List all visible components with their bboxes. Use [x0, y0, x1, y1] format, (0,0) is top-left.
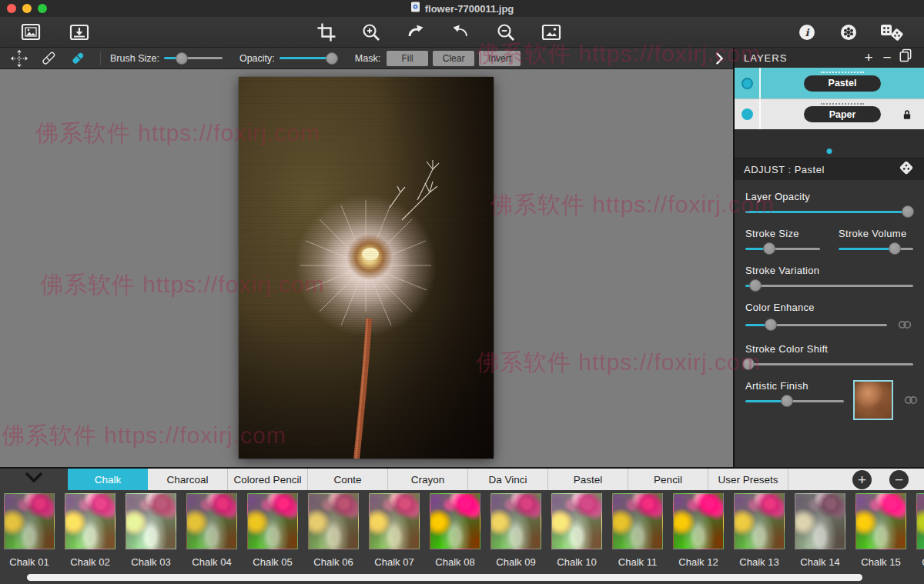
randomize-adjust-dice-icon[interactable]	[898, 159, 915, 179]
preset-thumbnail-label: Chalk 01	[4, 556, 55, 568]
divider-handle-dot[interactable]	[827, 149, 832, 154]
mask-invert-button[interactable]: Invert	[479, 51, 521, 66]
preset-thumbnail[interactable]: Chalk 02	[65, 493, 116, 568]
canvas-area[interactable]	[0, 69, 733, 467]
preset-thumbnail[interactable]: Chalk 15	[855, 493, 906, 568]
link-icon[interactable]	[896, 316, 913, 333]
add-preset-button[interactable]: +	[852, 470, 872, 489]
duplicate-layer-icon[interactable]	[896, 47, 915, 68]
info-icon[interactable]: i	[795, 20, 819, 45]
preset-thumbnail-image[interactable]	[916, 493, 924, 549]
brush-size-slider[interactable]	[164, 52, 223, 65]
layer-visibility-toggle[interactable]	[735, 68, 761, 98]
layer-row-paper[interactable]: Paper	[735, 98, 924, 129]
preset-thumbnail-label: Chalk 14	[795, 556, 845, 568]
preset-tab-bar: ChalkCharcoalColored PencilConteCrayonDa…	[0, 467, 924, 490]
layer-opacity-slider[interactable]	[745, 205, 913, 218]
preset-thumbnail-image[interactable]	[126, 493, 176, 549]
preset-thumbnail[interactable]: Chalk 10	[551, 493, 602, 568]
preset-thumbnail-image[interactable]	[4, 493, 55, 549]
preset-tab[interactable]: Chalk	[68, 469, 148, 490]
preset-thumbnail-image[interactable]	[855, 493, 906, 549]
eraser-tool[interactable]	[66, 49, 89, 68]
undo-icon[interactable]	[403, 20, 428, 45]
preset-thumbnail-image[interactable]	[612, 493, 663, 549]
preset-thumbnail[interactable]: Chalk 01	[4, 493, 55, 568]
preset-tab[interactable]: Pastel	[548, 469, 628, 490]
preset-tab[interactable]: Da Vinci	[468, 469, 548, 490]
preset-thumbnail-image[interactable]	[551, 493, 602, 549]
stroke-color-shift-slider[interactable]	[745, 358, 913, 370]
preset-tab[interactable]: Pencil	[628, 469, 708, 490]
chevron-down-icon	[25, 472, 43, 486]
preset-tab[interactable]: Colored Pencil	[228, 469, 308, 490]
preset-thumbnail[interactable]: Chalk 04	[186, 493, 237, 568]
preset-thumbnail[interactable]: Chalk 12	[673, 493, 724, 568]
zoom-in-icon[interactable]	[359, 20, 383, 45]
preset-thumbnail[interactable]: Chalk 09	[490, 493, 541, 568]
preset-thumbnail-image[interactable]	[65, 493, 116, 549]
main-toolbar: i	[0, 17, 924, 48]
preset-thumbnail-label: Chalk 04	[186, 556, 237, 568]
preset-thumbnail-image[interactable]	[673, 493, 724, 549]
preset-thumbnail[interactable]: Chalk 03	[126, 493, 176, 568]
mask-clear-button[interactable]: Clear	[433, 51, 474, 66]
preset-thumbnail[interactable]: Chalk 16	[916, 493, 924, 568]
zoom-out-icon[interactable]	[494, 20, 518, 45]
remove-preset-button[interactable]: −	[889, 470, 909, 489]
preset-thumbnail-label: Chalk 13	[734, 556, 785, 568]
randomize-dice-icon[interactable]	[879, 20, 904, 45]
preset-thumbnail-image[interactable]	[369, 493, 420, 549]
artistic-finish-slider[interactable]	[745, 395, 844, 407]
move-tool[interactable]	[8, 49, 31, 68]
remove-layer-button[interactable]: −	[878, 48, 896, 67]
lock-icon[interactable]	[899, 107, 915, 122]
adjust-body: Layer Opacity Stroke Size Stroke Volume …	[735, 180, 924, 467]
preset-thumbnail-image[interactable]	[308, 493, 359, 549]
brush-tool[interactable]	[37, 49, 60, 68]
photo-dandelion[interactable]	[239, 77, 494, 459]
stroke-variation-slider[interactable]	[745, 279, 913, 292]
preset-thumbnail-image[interactable]	[795, 493, 845, 549]
layer-visibility-toggle[interactable]	[735, 99, 761, 129]
layer-name-pill[interactable]: Paper	[804, 106, 881, 122]
layer-name-pill[interactable]: Pastel	[804, 75, 881, 92]
preview-icon[interactable]	[539, 20, 564, 45]
layer-row-pastel[interactable]: Pastel	[735, 68, 924, 98]
redo-icon[interactable]	[448, 20, 473, 45]
add-layer-button[interactable]: +	[859, 48, 878, 67]
preset-thumbnail[interactable]: Chalk 06	[308, 493, 359, 568]
collapse-presets-button[interactable]	[0, 469, 68, 490]
panel-divider[interactable]	[735, 129, 924, 159]
export-icon[interactable]	[67, 20, 92, 45]
preset-thumbnail[interactable]: Chalk 11	[612, 493, 663, 568]
preset-tab[interactable]: Charcoal	[148, 469, 228, 490]
layer-drag-dots	[821, 103, 864, 105]
preset-thumbnail[interactable]: Chalk 13	[734, 493, 785, 568]
preset-thumbnail-image[interactable]	[734, 493, 785, 549]
preset-thumbnail-image[interactable]	[430, 493, 480, 549]
preset-thumbnail[interactable]: Chalk 05	[247, 493, 298, 568]
preset-thumbnail-image[interactable]	[186, 493, 237, 549]
artistic-finish-texture-swatch[interactable]	[853, 380, 893, 420]
right-panel: LAYERS + − Pastel Paper	[733, 48, 924, 467]
horizontal-scrollbar[interactable]	[27, 574, 862, 581]
open-image-icon[interactable]	[18, 20, 43, 45]
opacity-slider[interactable]	[280, 52, 338, 65]
stroke-size-slider[interactable]	[745, 242, 820, 255]
preset-tab[interactable]: Crayon	[388, 469, 468, 490]
crop-icon[interactable]	[314, 20, 339, 45]
chevron-right-icon[interactable]	[713, 52, 727, 65]
preset-thumbnail-image[interactable]	[490, 493, 541, 549]
mask-fill-button[interactable]: Fill	[387, 51, 428, 66]
stroke-volume-slider[interactable]	[839, 242, 913, 255]
link-icon[interactable]	[902, 392, 919, 409]
preset-thumbnail[interactable]: Chalk 14	[795, 493, 845, 568]
color-enhance-slider[interactable]	[745, 319, 887, 331]
preset-tab[interactable]: User Presets	[708, 469, 788, 490]
preset-tab[interactable]: Conte	[308, 469, 388, 490]
preset-thumbnail[interactable]: Chalk 07	[369, 493, 420, 568]
preset-thumbnail-image[interactable]	[247, 493, 298, 549]
preset-thumbnail[interactable]: Chalk 08	[430, 493, 480, 568]
settings-icon[interactable]	[836, 20, 861, 45]
